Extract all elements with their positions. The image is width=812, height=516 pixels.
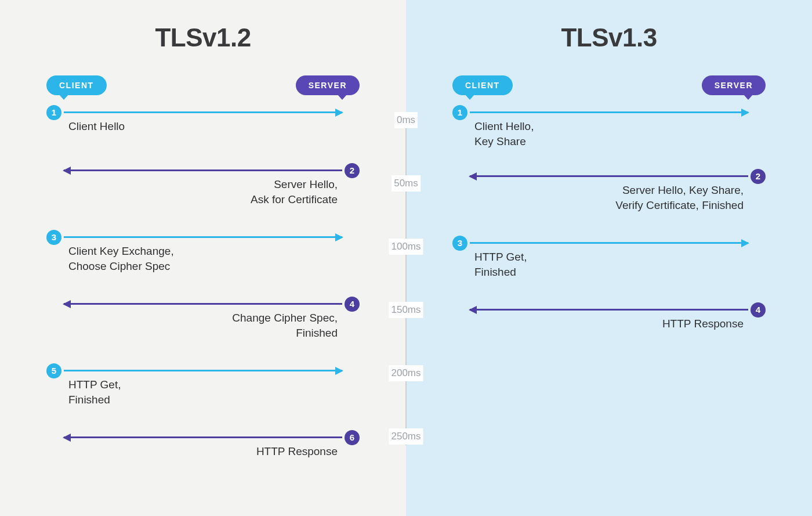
- sequence-tls12: CLIENT SERVER 1Client Hello2Server Hello…: [46, 75, 360, 483]
- step-label: Server Hello, Key Share, Verify Certific…: [470, 183, 748, 212]
- step-number-badge: 3: [452, 236, 467, 251]
- step-number-badge: 4: [345, 297, 360, 312]
- steps-container: 1Client Hello2Server Hello, Ask for Cert…: [46, 111, 360, 483]
- step-label: Change Cipher Spec, Finished: [64, 311, 342, 340]
- step-label: HTTP Response: [470, 316, 748, 331]
- step-label: Server Hello, Ask for Certificate: [64, 177, 342, 207]
- header-row: CLIENT SERVER: [452, 75, 766, 95]
- step-number-badge: 1: [46, 105, 61, 120]
- timeline-tick: 50ms: [392, 175, 420, 192]
- client-pill: CLIENT: [46, 75, 107, 95]
- arrow-left-icon: 4: [470, 309, 748, 311]
- timeline-tick: 0ms: [394, 112, 418, 128]
- step-number-badge: 4: [751, 302, 766, 317]
- step-number-badge: 5: [46, 363, 61, 378]
- arrow-left-icon: 4: [64, 303, 342, 305]
- panel-tls12: TLSv1.2 CLIENT SERVER 1Client Hello2Serv…: [0, 0, 406, 516]
- steps-container: 1Client Hello, Key Share2Server Hello, K…: [452, 111, 766, 355]
- arrow-right-icon: 3: [470, 242, 748, 244]
- step-label: Client Hello, Key Share: [470, 119, 748, 149]
- step-3: 3HTTP Get, Finished: [452, 242, 766, 279]
- timeline-tick: 100ms: [389, 239, 423, 255]
- step-5: 5HTTP Get, Finished: [46, 370, 360, 407]
- step-6: 6HTTP Response: [46, 436, 360, 459]
- step-1: 1Client Hello: [46, 111, 360, 134]
- step-label: HTTP Response: [64, 444, 342, 459]
- step-4: 4Change Cipher Spec, Finished: [46, 303, 360, 340]
- arrow-right-icon: 1: [64, 111, 342, 113]
- sequence-tls13: CLIENT SERVER 1Client Hello, Key Share2S…: [452, 75, 766, 355]
- timeline-line: [405, 120, 407, 445]
- timeline-tick: 150ms: [389, 302, 423, 318]
- client-pill: CLIENT: [452, 75, 513, 95]
- header-row: CLIENT SERVER: [46, 75, 360, 95]
- timeline-tick: 200ms: [389, 365, 423, 381]
- title-tls12: TLSv1.2: [35, 23, 371, 52]
- step-1: 1Client Hello, Key Share: [452, 111, 766, 149]
- step-2: 2Server Hello, Key Share, Verify Certifi…: [452, 175, 766, 212]
- step-label: HTTP Get, Finished: [470, 250, 748, 279]
- step-label: HTTP Get, Finished: [64, 377, 342, 407]
- step-number-badge: 2: [751, 169, 766, 184]
- panel-tls13: TLSv1.3 CLIENT SERVER 1Client Hello, Key…: [406, 0, 812, 516]
- timeline-tick: 250ms: [389, 428, 423, 445]
- step-3: 3Client Key Exchange, Choose Cipher Spec: [46, 236, 360, 273]
- step-label: Client Hello: [64, 119, 342, 134]
- step-number-badge: 3: [46, 230, 61, 245]
- step-4: 4HTTP Response: [452, 309, 766, 331]
- arrow-right-icon: 3: [64, 236, 342, 238]
- step-label: Client Key Exchange, Choose Cipher Spec: [64, 244, 342, 273]
- step-2: 2Server Hello, Ask for Certificate: [46, 169, 360, 207]
- arrow-left-icon: 2: [470, 175, 748, 177]
- arrow-right-icon: 5: [64, 370, 342, 371]
- step-number-badge: 6: [345, 430, 360, 445]
- arrow-left-icon: 2: [64, 169, 342, 171]
- arrow-right-icon: 1: [470, 111, 748, 113]
- server-pill: SERVER: [296, 75, 360, 95]
- title-tls13: TLSv1.3: [441, 23, 777, 52]
- step-number-badge: 2: [345, 163, 360, 178]
- arrow-left-icon: 6: [64, 436, 342, 438]
- server-pill: SERVER: [702, 75, 766, 95]
- step-number-badge: 1: [452, 105, 467, 120]
